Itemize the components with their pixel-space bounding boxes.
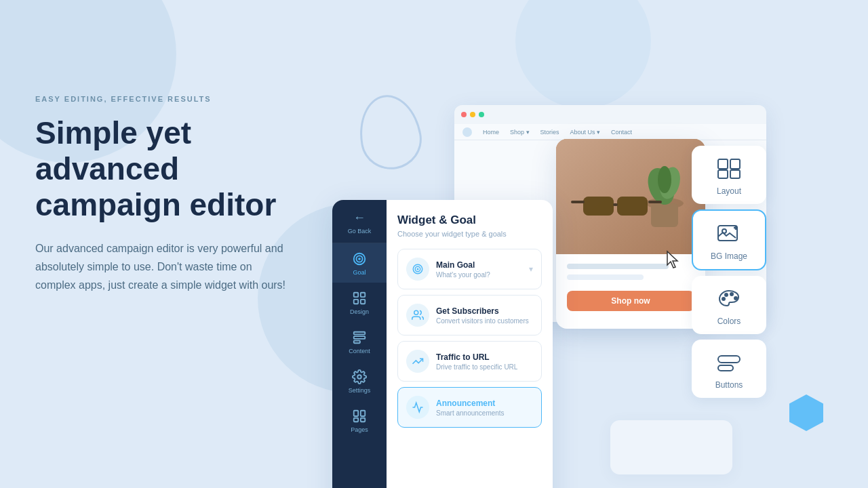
panel-subtitle: Choose your widget type & goals [397, 230, 542, 238]
toolbar-layout[interactable]: Layout [692, 146, 766, 204]
sidebar-pages-label: Pages [351, 426, 368, 433]
product-body: Shop now [556, 254, 705, 321]
goal-traffic-desc: Drive traffic to specific URL [436, 363, 533, 371]
subscribers-icon [412, 309, 424, 321]
dot-red [461, 112, 467, 117]
bottom-card-decoration [610, 420, 732, 474]
svg-rect-46 [718, 365, 733, 371]
pages-icon [352, 409, 367, 424]
svg-point-43 [730, 293, 733, 296]
colors-label: Colors [717, 317, 741, 326]
panel-content: Widget & Goal Choose your widget type & … [387, 200, 553, 488]
bg-image-label: BG Image [711, 251, 747, 261]
svg-rect-21 [354, 332, 366, 335]
goal-icon-announcement [406, 396, 429, 419]
layout-label: Layout [717, 186, 741, 196]
nav-home: Home [483, 129, 499, 136]
panel-title: Widget & Goal [397, 214, 542, 227]
nav-stories: Stories [540, 129, 559, 136]
svg-rect-13 [648, 201, 662, 203]
buttons-label: Buttons [715, 380, 743, 390]
toolbar-bg-image[interactable]: BG Image [692, 209, 766, 270]
svg-point-6 [658, 166, 671, 193]
goal-item-announcement[interactable]: Announcement Smart announcements [397, 387, 542, 428]
headline: Simple yet advanced campaign editor [35, 115, 327, 223]
goal-icon-subscribers [406, 304, 429, 327]
chevron-down-icon: ▾ [529, 264, 533, 274]
sidebar-item-pages[interactable]: Pages [332, 401, 387, 440]
buttons-icon [715, 350, 743, 375]
widget-panel: ← Go Back Goal Design [332, 200, 553, 488]
layout-icon [715, 157, 743, 181]
sidebar-item-settings[interactable]: Settings [332, 361, 387, 401]
svg-rect-23 [354, 341, 360, 344]
goal-icon [352, 251, 367, 266]
svg-point-24 [357, 375, 361, 379]
sidebar-content-label: Content [349, 348, 370, 354]
nav-about: About Us ▾ [570, 129, 601, 136]
svg-rect-8 [583, 197, 614, 216]
sidebar-item-design[interactable]: Design [332, 283, 387, 322]
toolbar-colors[interactable]: Colors [692, 276, 766, 334]
svg-rect-3 [651, 203, 678, 227]
product-card: Shop now [556, 139, 705, 329]
settings-icon [352, 369, 367, 384]
svg-rect-22 [354, 336, 366, 339]
dot-green [479, 112, 484, 117]
description-text: Our advanced campaign editor is very pow… [35, 239, 293, 295]
goal-subscribers-name: Get Subscribers [436, 306, 533, 316]
goal-main-text: Main Goal What's your goal? [436, 260, 522, 279]
svg-rect-36 [730, 170, 740, 178]
right-toolbar: Layout BG Image [692, 146, 766, 398]
svg-rect-33 [718, 159, 728, 169]
product-image [556, 139, 705, 254]
svg-rect-28 [361, 418, 365, 422]
svg-rect-18 [361, 293, 365, 297]
product-line-1 [567, 264, 669, 269]
brand-logo-dot [462, 127, 472, 137]
announcement-icon [412, 401, 424, 413]
goal-subscribers-text: Get Subscribers Convert visitors into cu… [436, 306, 533, 325]
widget-sidebar: ← Go Back Goal Design [332, 200, 387, 488]
svg-point-44 [734, 297, 737, 300]
sidebar-go-back[interactable]: ← Go Back [332, 200, 387, 243]
sidebar-item-goal[interactable]: Goal [332, 243, 387, 283]
goal-announcement-text: Announcement Smart announcements [436, 399, 533, 417]
sidebar-item-content[interactable]: Content [332, 322, 387, 361]
goal-traffic-name: Traffic to URL [436, 352, 533, 362]
goal-item-subscribers[interactable]: Get Subscribers Convert visitors into cu… [397, 295, 542, 336]
browser-chrome [454, 105, 766, 124]
svg-point-32 [414, 310, 418, 314]
goal-item-traffic[interactable]: Traffic to URL Drive traffic to specific… [397, 341, 542, 382]
colors-icon [715, 287, 743, 311]
goal-main-name: Main Goal [436, 260, 522, 270]
goal-icon-traffic [406, 350, 429, 373]
eyebrow-text: EASY EDITING, EFFECTIVE RESULTS [35, 95, 327, 103]
sunglasses-illustration [556, 139, 705, 254]
dot-yellow [470, 112, 475, 117]
toolbar-buttons[interactable]: Buttons [692, 340, 766, 398]
left-content: EASY EDITING, EFFECTIVE RESULTS Simple y… [35, 95, 327, 294]
svg-rect-17 [354, 293, 358, 297]
nav-contact: Contact [611, 129, 632, 136]
svg-rect-27 [354, 418, 358, 422]
go-back-label: Go Back [348, 228, 372, 235]
goal-traffic-text: Traffic to URL Drive traffic to specific… [436, 352, 533, 371]
shop-now-button[interactable]: Shop now [567, 291, 694, 311]
sidebar-goal-label: Goal [353, 269, 366, 276]
goal-announcement-name: Announcement [436, 399, 533, 408]
sidebar-design-label: Design [350, 308, 369, 315]
svg-rect-12 [571, 201, 585, 203]
goal-subscribers-desc: Convert visitors into customers [436, 317, 533, 325]
back-arrow-icon: ← [353, 211, 366, 225]
goal-item-main[interactable]: Main Goal What's your goal? ▾ [397, 249, 542, 289]
content-icon [352, 330, 367, 345]
bg-image-icon [715, 222, 743, 246]
svg-rect-11 [613, 203, 618, 206]
goal-icon-main [406, 258, 429, 281]
svg-rect-10 [617, 197, 648, 216]
nav-shop: Shop ▾ [510, 129, 530, 136]
goal-announcement-desc: Smart announcements [436, 409, 533, 417]
svg-point-31 [417, 268, 418, 270]
svg-rect-45 [718, 356, 740, 363]
